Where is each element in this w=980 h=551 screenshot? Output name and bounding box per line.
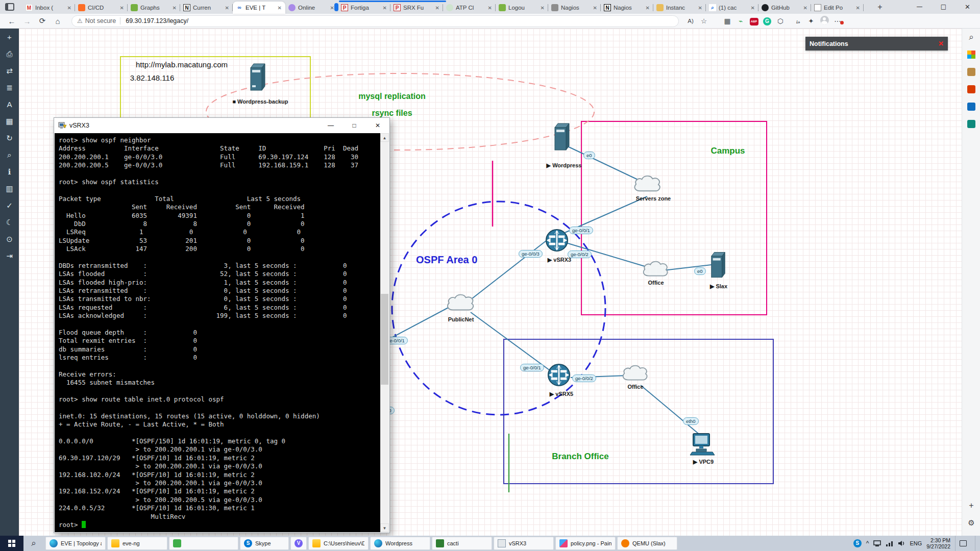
tab-close-icon[interactable]: ✕ xyxy=(172,5,177,11)
browser-tab[interactable]: Edit Po ✕ xyxy=(811,2,864,14)
browser-tab[interactable]: M Inbox ( ✕ xyxy=(22,2,75,14)
terminal-body[interactable]: root> show ospf neighborAddress Interfac… xyxy=(55,133,389,532)
browser-tab[interactable]: P Fortiga ✕ xyxy=(338,2,390,14)
sidebar-search-icon[interactable]: ⌕ xyxy=(962,29,980,46)
notifications-close-icon[interactable]: ✕ xyxy=(938,40,944,47)
address-bar[interactable]: ⚠ Not secure 69.30.197.123/legacy/ xyxy=(71,15,679,27)
taskbar-clock[interactable]: 2:30 PM 9/27/2022 xyxy=(926,537,950,549)
show-desktop-button[interactable] xyxy=(975,536,978,551)
browser-tab[interactable]: ⌕ (1) cac ✕ xyxy=(706,2,758,14)
terminal-title-bar[interactable]: vSRX3 — □ ✕ xyxy=(54,118,389,133)
scroll-down-icon[interactable]: ▼ xyxy=(380,523,389,532)
forward-button[interactable]: → xyxy=(19,17,35,26)
taskbar-app-button[interactable]: V Viber xyxy=(290,537,307,550)
grammarly-icon[interactable]: G xyxy=(761,17,774,26)
tab-search-icon[interactable] xyxy=(5,3,14,11)
tab-close-icon[interactable]: ✕ xyxy=(382,5,387,11)
window-restore-button[interactable]: □ xyxy=(932,0,955,14)
tab-close-icon[interactable]: ✕ xyxy=(645,5,650,11)
refresh-button[interactable]: ⟳ xyxy=(35,16,50,26)
window-close-button[interactable]: ✕ xyxy=(956,0,979,14)
tab-close-icon[interactable]: ✕ xyxy=(803,5,808,11)
taskbar-app-button[interactable]: EVE | Topology and... xyxy=(45,537,106,550)
night-mode-icon[interactable]: ☾ xyxy=(0,214,19,231)
node-vsrx5[interactable] xyxy=(547,363,571,389)
browser-tab[interactable]: ∞ EVE | T ✕ xyxy=(233,2,285,14)
shapes-icon[interactable]: ▦ xyxy=(0,113,19,130)
read-aloud-icon[interactable]: A) xyxy=(684,18,697,24)
status-icon[interactable]: ℹ xyxy=(0,163,19,180)
browser-tab[interactable]: CI/CD ✕ xyxy=(75,2,128,14)
taskbar-app-button[interactable]: policy.png - Paint xyxy=(555,537,616,550)
taskbar-app-button[interactable]: Wordpress xyxy=(370,537,430,550)
transfer-icon[interactable]: ⇄ xyxy=(0,62,19,79)
adblock-plus-icon[interactable]: ABP xyxy=(747,16,761,26)
browser-tab[interactable]: N Curren ✕ xyxy=(180,2,233,14)
screenshot-extension-icon[interactable]: ▦ xyxy=(721,17,734,25)
tab-close-icon[interactable]: ✕ xyxy=(119,5,125,11)
node-office-branch[interactable] xyxy=(621,363,650,385)
action-center-icon[interactable] xyxy=(955,536,970,551)
tab-close-icon[interactable]: ✕ xyxy=(698,5,703,11)
browser-tab[interactable]: P SRX Fu ✕ xyxy=(390,2,443,14)
taskbar-search-icon[interactable]: ⌕ xyxy=(23,538,44,548)
games-icon[interactable] xyxy=(962,115,980,133)
taskbar-app-button[interactable] xyxy=(169,537,238,550)
volume-tray-icon[interactable] xyxy=(898,540,905,546)
network-tray-icon[interactable] xyxy=(886,540,893,546)
add-object-icon[interactable]: + xyxy=(0,29,19,45)
tab-close-icon[interactable]: ✕ xyxy=(225,5,230,11)
skype-tray-icon[interactable]: S xyxy=(853,539,862,547)
browser-tab[interactable]: Logou ✕ xyxy=(496,2,548,14)
node-office-campus[interactable] xyxy=(641,259,671,281)
home-button[interactable]: ⌂ xyxy=(50,17,65,26)
start-button[interactable] xyxy=(0,536,23,551)
terminal-close-button[interactable]: ✕ xyxy=(366,118,389,133)
print-icon[interactable]: ⎙ xyxy=(0,45,19,62)
scrollbar-thumb[interactable] xyxy=(381,294,388,385)
hidden-icons-chevron[interactable]: ^ xyxy=(866,540,869,547)
tab-close-icon[interactable]: ✕ xyxy=(487,5,493,11)
collections-icon[interactable]: ⭟ xyxy=(791,17,804,25)
office-icon[interactable] xyxy=(962,81,980,98)
browser-tab[interactable]: GitHub ✕ xyxy=(758,2,811,14)
tab-close-icon[interactable]: ✕ xyxy=(67,5,72,11)
tab-close-icon[interactable]: ✕ xyxy=(540,5,545,11)
zoom-icon[interactable]: ⌕ xyxy=(0,146,19,163)
tab-close-icon[interactable]: ✕ xyxy=(277,5,282,11)
terminal-scrollbar[interactable]: ▲ ▼ xyxy=(380,133,389,532)
terminal-window[interactable]: vSRX3 — □ ✕ root> show ospf neighborAddr… xyxy=(54,117,390,533)
power-icon[interactable]: ⊙ xyxy=(0,231,19,247)
refresh-icon[interactable]: ↻ xyxy=(0,130,19,146)
terminal-minimize-button[interactable]: — xyxy=(319,118,342,133)
node-servers-zone[interactable] xyxy=(632,173,664,196)
add-panel-icon[interactable]: + xyxy=(962,497,980,514)
logout-icon[interactable]: ⇥ xyxy=(0,247,19,264)
node-wordpress[interactable] xyxy=(553,122,571,154)
window-minimize-button[interactable]: — xyxy=(908,0,931,14)
taskbar-app-button[interactable]: QEMU (Slax) xyxy=(617,537,677,550)
new-tab-button[interactable]: + xyxy=(874,2,886,13)
outlook-icon[interactable] xyxy=(962,98,980,115)
browser-tab[interactable]: Online ✕ xyxy=(285,2,338,14)
logs-icon[interactable]: ▥ xyxy=(0,180,19,197)
taskbar-app-button[interactable]: cacti xyxy=(432,537,492,550)
node-slax[interactable] xyxy=(709,251,727,282)
browser-tab[interactable]: ATP Cl ✕ xyxy=(443,2,496,14)
node-wordpress-backup[interactable] xyxy=(249,63,267,94)
tab-close-icon[interactable]: ✕ xyxy=(435,5,440,11)
favorite-star-icon[interactable]: ☆ xyxy=(697,17,710,25)
chevron-extension-icon[interactable]: ⌁ xyxy=(734,17,747,25)
tab-close-icon[interactable]: ✕ xyxy=(750,5,755,11)
browser-essentials-icon[interactable]: ✦ xyxy=(804,17,818,25)
microsoft-icon[interactable] xyxy=(962,46,980,63)
tab-close-icon[interactable]: ✕ xyxy=(855,5,861,11)
settings-gear-icon[interactable]: ⚙ xyxy=(962,514,980,532)
browser-tab[interactable]: N Nagios ✕ xyxy=(601,2,653,14)
security-label[interactable]: Not secure xyxy=(85,17,116,24)
list-icon[interactable]: ≣ xyxy=(0,79,19,96)
terminal-maximize-button[interactable]: □ xyxy=(342,118,366,133)
taskbar-app-button[interactable]: S Skype xyxy=(240,537,289,550)
taskbar-app-button[interactable]: C:\Users\hieuv\De... xyxy=(308,537,369,550)
back-button[interactable]: ← xyxy=(4,17,19,26)
